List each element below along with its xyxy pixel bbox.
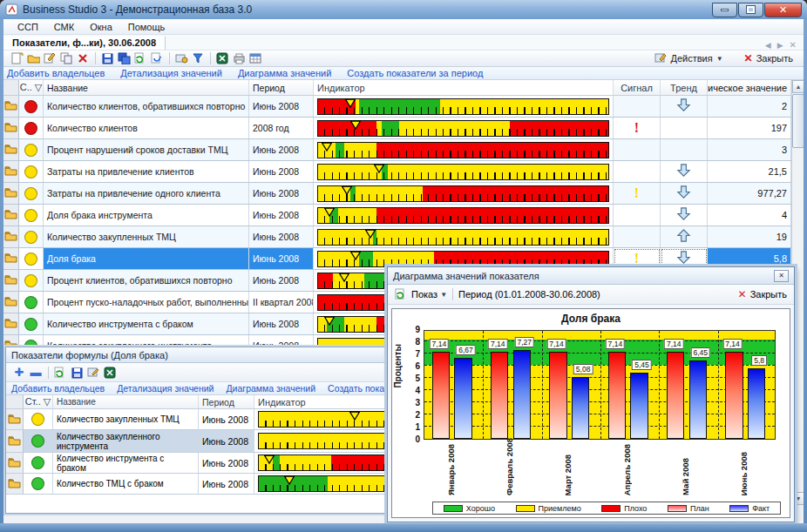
status-yellow-icon xyxy=(24,274,37,287)
cell-trend xyxy=(661,205,708,226)
table-row[interactable]: Затраты на привлечение одного клиентаИюн… xyxy=(3,183,791,205)
cell-name: Количество клиентов xyxy=(44,118,249,138)
maximize-button[interactable] xyxy=(738,3,763,17)
value-marker-icon xyxy=(364,229,376,239)
close-view-button[interactable]: ✕ Закрыть xyxy=(739,51,798,65)
save-all-icon[interactable] xyxy=(116,51,132,65)
tab-close-icon[interactable]: ✕ xyxy=(790,40,797,50)
open-folder-icon[interactable] xyxy=(25,51,41,65)
column-header[interactable]: Тренд xyxy=(661,80,708,95)
folder-icon xyxy=(8,434,21,449)
value-marker-icon xyxy=(350,120,362,130)
close-view-label: Закрыть xyxy=(756,53,793,64)
menu-item-Окна[interactable]: Окна xyxy=(83,21,119,33)
cell-value: 2 xyxy=(708,96,791,117)
y-axis-tick: 6 xyxy=(403,361,420,371)
column-header[interactable]: Название xyxy=(53,395,199,408)
refresh-icon[interactable] xyxy=(395,288,406,301)
excel-export-icon[interactable] xyxy=(214,51,230,65)
dialog-close-button[interactable]: ✕ Закрыть xyxy=(738,288,787,300)
y-axis-tick: 9 xyxy=(403,325,420,334)
scroll-up-icon[interactable]: ▲ xyxy=(792,80,804,93)
actions-button[interactable]: Действия ▼ xyxy=(649,51,728,66)
print-icon[interactable] xyxy=(231,51,247,65)
table-row[interactable]: Затраты на привлечение клиентовИюнь 2008… xyxy=(3,161,791,183)
refresh-item-icon[interactable] xyxy=(132,51,148,65)
filter-icon[interactable] xyxy=(190,51,206,65)
show-menu-button[interactable]: Показ▼ xyxy=(411,289,447,300)
cell-signal: ! xyxy=(614,118,661,138)
link-Добавить[interactable]: Добавить владельцев xyxy=(11,383,105,394)
column-header[interactable]: Индикатор xyxy=(314,80,614,95)
chart-title: Доля брака xyxy=(392,313,790,325)
excel-export-icon[interactable] xyxy=(102,366,118,380)
bar-value-label: 7,14 xyxy=(546,339,566,349)
link-Добавить[interactable]: Добавить владельцев xyxy=(7,68,105,78)
column-header[interactable] xyxy=(3,80,19,95)
copy-item-icon[interactable] xyxy=(58,51,74,65)
legend-color-swatch xyxy=(516,505,535,512)
add-icon[interactable]: ✚ xyxy=(11,366,27,380)
period-button[interactable]: Период (01.01.2008-30.06.2008) xyxy=(458,289,600,300)
table-row[interactable]: Доля брака инструментаИюнь 20084 xyxy=(3,205,791,226)
status-yellow-icon xyxy=(24,231,37,244)
column-header[interactable]: Сигнал xyxy=(614,80,661,95)
minimize-button[interactable] xyxy=(712,3,737,17)
x-axis-label: Май 2008 xyxy=(681,458,690,495)
column-header[interactable]: Период xyxy=(199,395,254,408)
table-row[interactable]: Количество клиентов2008 год!197 xyxy=(3,118,791,139)
tab-prev-icon[interactable]: ◀ xyxy=(765,41,771,50)
dialog-close-icon[interactable]: ✕ xyxy=(774,270,789,282)
status-green-icon xyxy=(24,296,37,309)
column-header[interactable]: Название xyxy=(44,80,249,95)
select-owner-icon[interactable] xyxy=(85,366,101,380)
tab-next-icon[interactable]: ▶ xyxy=(777,41,783,50)
refresh-all-icon[interactable] xyxy=(149,51,165,65)
fact-bar xyxy=(630,373,648,439)
refresh-item-icon[interactable] xyxy=(52,366,68,380)
cell-name: Количество закупленных ТМЦ xyxy=(53,409,199,429)
save-icon[interactable] xyxy=(99,51,115,65)
cell-period: Июнь 2008 xyxy=(249,139,314,160)
column-header[interactable]: Период xyxy=(249,80,314,95)
link-Создать[interactable]: Создать показатели за период xyxy=(347,68,483,78)
column-header[interactable]: Фактическое значение xyxy=(708,80,791,95)
table-row[interactable]: Количество закупленных ТМЦИюнь 200819 xyxy=(3,226,791,248)
column-header[interactable] xyxy=(6,395,24,408)
actions-label: Действия xyxy=(670,53,712,64)
cell-value: 4 xyxy=(708,205,791,226)
link-Детализация[interactable]: Детализация значений xyxy=(117,383,214,394)
column-header[interactable]: С.. ▽ xyxy=(19,80,44,95)
cell-indicator xyxy=(314,161,614,182)
x-axis-label: Апрель 2008 xyxy=(622,444,632,495)
tab-pokazateli[interactable]: Показатели, ф...ки), 30.06.2008 xyxy=(3,37,166,50)
menu-item-Помощь[interactable]: Помощь xyxy=(121,21,173,33)
delete-item-icon[interactable] xyxy=(75,51,91,65)
report-grid-icon[interactable] xyxy=(248,51,263,65)
link-Детализация[interactable]: Детализация значений xyxy=(120,68,222,78)
link-Диаграмма[interactable]: Диаграмма значений xyxy=(238,68,331,78)
save-icon[interactable] xyxy=(69,366,85,380)
dialog-toolbar: Показ▼ Период (01.01.2008-30.06.2008) ✕ … xyxy=(388,285,794,305)
status-yellow-icon xyxy=(31,413,44,426)
table-row[interactable]: Процент нарушений сроков доставки ТМЦИюн… xyxy=(3,139,791,161)
status-green-icon xyxy=(31,456,44,469)
menu-item-СМК[interactable]: СМК xyxy=(47,21,81,33)
status-red-icon xyxy=(24,100,37,113)
add-owner-icon[interactable] xyxy=(173,51,189,65)
y-axis-tick: 1 xyxy=(403,422,420,432)
new-item-icon[interactable] xyxy=(9,51,24,65)
scroll-thumb[interactable] xyxy=(792,94,804,148)
indicator-bar xyxy=(317,98,609,115)
table-row[interactable]: Количество клиентов, обратившихся повтор… xyxy=(3,96,791,118)
edit-item-icon[interactable] xyxy=(42,51,58,65)
close-button[interactable]: ✕ xyxy=(764,3,802,17)
cell-name: Процент клиентов, обратившихся повторно xyxy=(44,270,249,291)
menu-item-ССП[interactable]: ССП xyxy=(10,21,45,33)
cell-period: 2008 год xyxy=(249,118,314,138)
column-header[interactable]: Ст.. ▽ xyxy=(24,395,53,408)
status-green-icon xyxy=(24,318,37,331)
remove-icon[interactable]: ▬ xyxy=(28,366,44,380)
folder-icon xyxy=(4,294,17,310)
link-Диаграмма[interactable]: Диаграмма значений xyxy=(226,383,315,394)
